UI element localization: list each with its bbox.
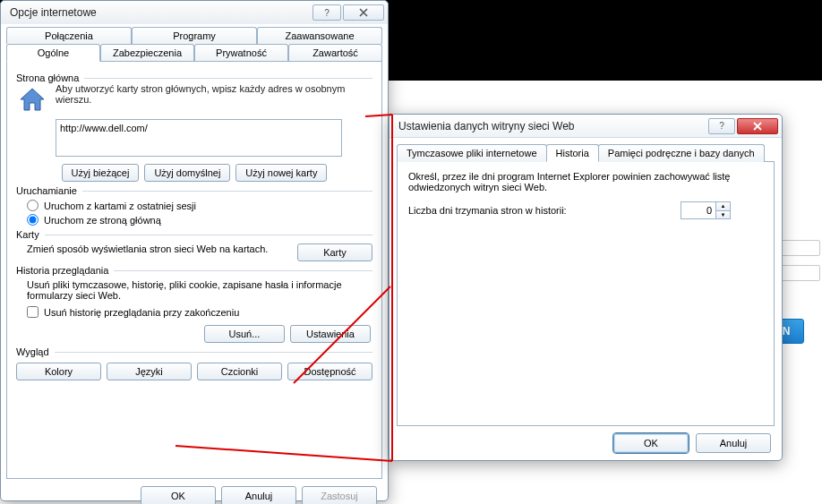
webtab-tempfiles[interactable]: Tymczasowe pliki internetowe (397, 144, 547, 162)
webtab-history[interactable]: Historia (546, 144, 599, 162)
webdialog-title-text: Ustawienia danych witryny sieci Web (398, 120, 706, 132)
use-current-button[interactable]: Użyj bieżącej (62, 164, 140, 182)
close-icon (359, 8, 368, 17)
group-startup: Uruchamianie (16, 185, 372, 196)
history-keep-description: Określ, przez ile dni program Internet E… (408, 171, 731, 192)
webdialog-cancel-button[interactable]: Anuluj (696, 433, 771, 453)
group-appearance-label: Wygląd (16, 346, 49, 357)
fonts-button[interactable]: Czcionki (197, 363, 282, 380)
ok-button[interactable]: OK (141, 486, 216, 504)
help-button[interactable]: ? (313, 4, 341, 21)
use-default-button[interactable]: Użyj domyślnej (144, 164, 230, 182)
tabs-description: Zmień sposób wyświetlania stron sieci We… (27, 243, 290, 254)
group-history-label: Historia przeglądania (16, 265, 108, 276)
delete-on-exit-checkbox[interactable] (27, 306, 39, 318)
delete-history-button[interactable]: Usuń... (204, 325, 285, 343)
startup-home-label: Uruchom ze stroną główną (44, 215, 161, 226)
group-tabs: Karty (16, 229, 372, 240)
delete-on-exit-label: Usuń historię przeglądania przy zakończe… (44, 307, 239, 318)
tab-security[interactable]: Zabezpieczenia (100, 44, 194, 62)
dialog-footer: OK Anuluj Zastosuj (1, 479, 388, 504)
webdialog-ok-button[interactable]: OK (613, 433, 689, 453)
days-label: Liczba dni trzymania stron w historii: (408, 205, 567, 216)
group-startup-label: Uruchamianie (16, 185, 77, 196)
tabs-settings-button[interactable]: Karty (297, 243, 372, 261)
tab-privacy[interactable]: Prywatność (194, 44, 288, 62)
tab-connections[interactable]: Połączenia (6, 27, 132, 44)
close-button[interactable] (343, 4, 384, 21)
days-spinner[interactable]: ▲ ▼ (681, 201, 731, 219)
general-tab-panel: Strona główna Aby utworzyć karty stron g… (6, 61, 382, 479)
webdialog-footer: OK Anuluj (390, 426, 782, 460)
webtab-caches[interactable]: Pamięci podręczne i bazy danych (598, 144, 765, 162)
website-data-dialog: Ustawienia danych witryny sieci Web ? Ty… (389, 114, 783, 461)
group-history: Historia przeglądania (16, 265, 372, 276)
spinner-down-button[interactable]: ▼ (716, 211, 730, 219)
internet-options-dialog: Opcje internetowe ? Połączenia Programy … (0, 0, 389, 501)
cancel-button[interactable]: Anuluj (221, 486, 296, 504)
tab-advanced[interactable]: Zaawansowane (257, 27, 382, 44)
home-url-input[interactable] (56, 119, 342, 157)
colors-button[interactable]: Kolory (16, 363, 101, 380)
webdialog-tabs: Tymczasowe pliki internetowe Historia Pa… (397, 143, 775, 161)
webdialog-history-panel: Określ, przez ile dni program Internet E… (397, 161, 775, 426)
group-appearance: Wygląd (16, 346, 372, 357)
home-icon (16, 83, 48, 115)
close-icon (752, 122, 763, 131)
tab-programs[interactable]: Programy (132, 27, 257, 44)
group-tabs-label: Karty (16, 229, 39, 240)
webdialog-help-button[interactable]: ? (708, 118, 735, 134)
tab-general[interactable]: Ogólne (6, 44, 100, 62)
startup-last-radio[interactable] (27, 200, 39, 211)
spinner-up-button[interactable]: ▲ (716, 202, 730, 211)
days-input[interactable] (681, 202, 715, 218)
startup-last-label: Uruchom z kartami z ostatniej sesji (44, 201, 196, 211)
group-home: Strona główna (16, 73, 372, 83)
languages-button[interactable]: Języki (107, 363, 192, 380)
group-home-label: Strona główna (16, 73, 79, 83)
startup-last-session-option[interactable]: Uruchom z kartami z ostatniej sesji (27, 200, 372, 211)
webdialog-titlebar[interactable]: Ustawienia danych witryny sieci Web ? (390, 115, 782, 138)
home-description: Aby utworzyć karty stron głównych, wpisz… (56, 83, 372, 115)
apply-button[interactable]: Zastosuj (302, 486, 377, 504)
dialog-titlebar[interactable]: Opcje internetowe ? (1, 1, 388, 24)
tab-content[interactable]: Zawartość (288, 44, 382, 62)
history-description: Usuń pliki tymczasowe, historię, pliki c… (27, 279, 372, 301)
accessibility-button[interactable]: Dostępność (287, 363, 372, 380)
tabs-container: Połączenia Programy Zaawansowane Ogólne … (6, 26, 382, 61)
webdialog-close-button[interactable] (737, 118, 778, 134)
dialog-title-text: Opcje internetowe (10, 6, 311, 19)
startup-home-radio[interactable] (27, 214, 39, 226)
history-settings-button[interactable]: Ustawienia (290, 325, 371, 343)
startup-home-option[interactable]: Uruchom ze stroną główną (27, 214, 372, 226)
use-newtab-button[interactable]: Użyj nowej karty (235, 164, 327, 182)
